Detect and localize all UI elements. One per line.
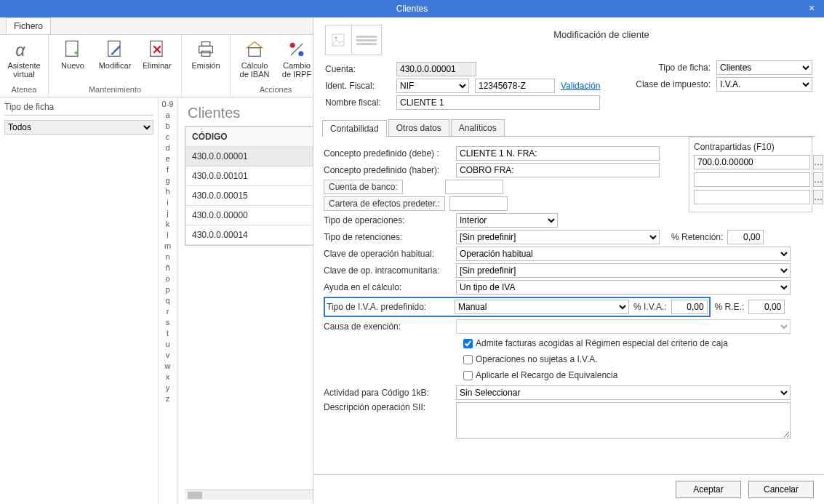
asistente-virtual-button[interactable]: α Asistente virtual [6,38,42,79]
alpha-i[interactable]: i [159,197,177,208]
cuenta-banco-input[interactable] [445,180,503,194]
alpha-g[interactable]: g [159,175,177,186]
ayuda-select[interactable]: Un tipo de IVA [456,280,791,295]
alpha-y[interactable]: y [159,383,177,393]
ribbon-tab-fichero[interactable]: Fichero [6,17,51,34]
contra-browse-1[interactable]: … [813,172,823,187]
alpha-o[interactable]: o [159,273,177,284]
modificar-button[interactable]: Modificar [97,38,133,70]
tipo-oper-select[interactable]: Interior [456,213,558,228]
alpha-index: 0-9abcdefghijklmnñopqrstuvwxyz [159,97,177,504]
calculo-iban-button[interactable]: Cálculo de IBAN [236,38,273,79]
alpha-a[interactable]: a [159,110,177,121]
alpha-t[interactable]: t [159,328,177,339]
clase-impuesto-select[interactable]: I.V.A. [716,77,812,92]
alpha-p[interactable]: p [159,284,177,295]
alpha-k[interactable]: k [159,219,177,230]
concepto-debe-label: Concepto predefinido (debe) : [324,148,452,159]
contra-input-1[interactable] [694,172,810,187]
alpha-f[interactable]: f [159,164,177,175]
alpha-c[interactable]: c [159,132,177,143]
cartera-button[interactable]: Cartera de efectos predeter.: [324,196,445,211]
alpha-0-9[interactable]: 0-9 [159,99,177,110]
alpha-m[interactable]: m [159,241,177,252]
svg-point-9 [298,51,303,56]
tipo-ficha-label: Tipo de ficha: [631,63,711,73]
close-icon[interactable]: × [805,1,818,15]
pct-iva-input[interactable] [671,300,708,314]
filter-select[interactable]: Todos [4,120,153,135]
chk-recargo[interactable]: Aplicarle el Recargo de Equivalencia [460,369,814,383]
alpha-v[interactable]: v [159,350,177,361]
alpha-u[interactable]: u [159,339,177,350]
alpha-h[interactable]: h [159,186,177,197]
clave-oper-select[interactable]: Operación habitual [456,247,791,261]
ident-num-input[interactable] [475,79,555,93]
eliminar-label: Eliminar [143,61,172,70]
modificar-label: Modificar [99,61,132,70]
tipo-iva-select[interactable]: Manual [455,300,629,314]
chk1-input[interactable] [463,339,473,348]
irpf-label: Cambio de IRPF [279,61,315,79]
alpha-s[interactable]: s [159,317,177,328]
cartera-input[interactable] [449,196,508,211]
eliminar-button[interactable]: Eliminar [139,38,175,70]
filter-panel: Tipo de ficha Todos [0,97,159,504]
tipo-ret-select[interactable]: [Sin predefinir] [456,230,660,244]
emision-label: Emisión [191,61,220,70]
ribbon-group-mantenimiento: Nuevo Modificar Eliminar Mantenimiento [49,35,182,97]
alpha-b[interactable]: b [159,121,177,132]
contra-input-0[interactable] [694,155,810,169]
contra-browse-2[interactable]: … [813,190,823,204]
cuenta-banco-button[interactable]: Cuenta de banco: [324,180,403,194]
tab-body-contabilidad: Concepto predefinido (debe) : Concepto p… [313,137,824,474]
alpha-n[interactable]: n [159,252,177,263]
contra-input-2[interactable] [694,190,810,204]
alpha-l[interactable]: l [159,230,177,241]
alpha-j[interactable]: j [159,208,177,219]
nombre-input[interactable] [396,95,600,110]
nuevo-button[interactable]: Nuevo [55,38,91,70]
aceptar-button[interactable]: Aceptar [676,481,741,498]
actividad-select[interactable]: Sin Seleccionar [456,385,791,400]
alpha-q[interactable]: q [159,295,177,306]
contra-browse-0[interactable]: … [813,155,823,169]
clave-intra-select[interactable]: [Sin predefinir] [456,263,791,278]
validacion-link[interactable]: Validación [561,81,600,91]
new-icon [63,39,83,60]
alpha-e[interactable]: e [159,153,177,164]
svg-point-8 [290,43,295,48]
edit-icon [105,39,125,60]
cancelar-button[interactable]: Cancelar [748,481,814,498]
alpha-x[interactable]: x [159,372,177,383]
pct-ret-input[interactable] [727,230,764,244]
svg-rect-5 [201,42,210,47]
cambio-irpf-button[interactable]: Cambio de IRPF [279,38,315,79]
alpha-d[interactable]: d [159,143,177,153]
desc-sii-input[interactable] [456,402,791,439]
cuenta-label: Cuenta: [325,64,391,74]
titlebar: Clientes × [0,0,824,17]
concepto-debe-input[interactable] [456,146,660,161]
emision-button[interactable]: Emisión [188,38,224,70]
chk-criterio-caja[interactable]: Admite facturas acogidas al Régimen espe… [460,337,814,351]
concepto-haber-input[interactable] [456,163,660,177]
alpha-z[interactable]: z [159,393,177,404]
tipo-oper-label: Tipo de operaciones: [324,215,452,225]
tab-analiticos[interactable]: Analíticos [451,119,505,136]
tipo-ficha-select[interactable]: Clientes [716,60,812,75]
pct-re-input[interactable] [748,300,785,314]
clave-oper-label: Clave de operación habitual: [324,249,452,259]
tab-contabilidad[interactable]: Contabilidad [322,120,387,137]
alpha-ñ[interactable]: ñ [159,263,177,273]
pct-ret-label: % Retención: [671,232,723,242]
tab-otros-datos[interactable]: Otros datos [388,119,449,136]
ident-tipo-select[interactable]: NIF [396,79,469,93]
alpha-w[interactable]: w [159,361,177,372]
chk3-input[interactable] [463,371,473,380]
percent-icon [287,39,307,60]
chk2-input[interactable] [463,355,473,364]
filter-label: Tipo de ficha [4,102,153,116]
chk-no-sujetas[interactable]: Operaciones no sujetas a I.V.A. [460,353,814,367]
alpha-r[interactable]: r [159,306,177,317]
